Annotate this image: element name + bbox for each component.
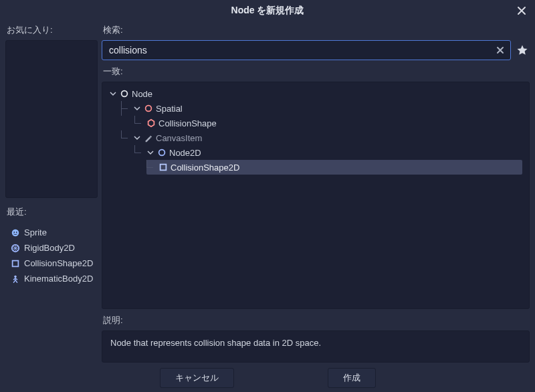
recent-item-label: KinematicBody2D <box>24 274 93 284</box>
svg-point-7 <box>146 106 152 112</box>
search-label: 検索: <box>103 24 528 36</box>
tree-item-node2d[interactable]: Node2D <box>134 145 526 160</box>
spatial-icon <box>144 104 153 113</box>
matches-tree: Node Spatial CollisionShape <box>102 82 530 309</box>
tree-item-label: Node2D <box>169 148 201 158</box>
collisionshape2d-icon <box>158 163 168 172</box>
close-icon <box>496 46 504 54</box>
recent-list: Sprite RigidBody2D CollisionShape2D Kine… <box>5 222 98 289</box>
collisionshape2d-icon <box>11 259 20 268</box>
chevron-down-icon <box>133 104 141 112</box>
tree-item-canvasitem[interactable]: CanvasItem <box>121 130 526 145</box>
tree-item-label: Spatial <box>156 104 183 114</box>
tree-item-collisionshape[interactable]: CollisionShape <box>134 116 526 130</box>
svg-rect-9 <box>160 165 167 171</box>
chevron-down-icon <box>146 149 154 157</box>
tree-connector <box>121 101 130 116</box>
tree-item-collisionshape2d[interactable]: CollisionShape2D <box>146 160 522 175</box>
star-icon <box>516 44 528 56</box>
tree-connector <box>146 160 156 175</box>
recent-item-label: Sprite <box>24 227 47 237</box>
sprite-icon <box>11 228 20 237</box>
recent-item-label: CollisionShape2D <box>24 258 93 268</box>
tree-item-spatial[interactable]: Spatial <box>121 101 526 116</box>
svg-point-2 <box>16 231 17 233</box>
svg-point-0 <box>12 229 19 236</box>
close-icon <box>517 6 526 15</box>
rigidbody-icon <box>11 243 20 253</box>
dialog-title: Node を新規作成 <box>231 5 304 17</box>
node-icon <box>120 89 129 98</box>
favorites-panel <box>5 40 98 198</box>
node2d-icon <box>157 148 167 157</box>
create-button[interactable]: 作成 <box>328 368 376 388</box>
canvasitem-icon <box>144 133 153 142</box>
tree-connector <box>134 116 144 130</box>
svg-point-8 <box>159 150 165 156</box>
description-label: 説明: <box>103 314 528 326</box>
cancel-button[interactable]: キャンセル <box>160 368 234 388</box>
clear-search-button[interactable] <box>494 44 506 56</box>
tree-connector <box>121 130 130 145</box>
kinematic-icon <box>11 274 20 284</box>
recent-label: 最近: <box>7 206 96 218</box>
recent-item-sprite[interactable]: Sprite <box>8 225 95 240</box>
recent-item-collisionshape2d[interactable]: CollisionShape2D <box>8 256 95 271</box>
favorite-toggle-button[interactable] <box>515 44 530 56</box>
tree-item-label: Node <box>132 89 152 99</box>
search-field-wrap <box>102 40 511 60</box>
description-text: Node that represents collision shape dat… <box>110 338 321 348</box>
recent-item-kinematicbody2d[interactable]: KinematicBody2D <box>8 271 95 286</box>
svg-point-6 <box>122 91 128 97</box>
description-panel: Node that represents collision shape dat… <box>102 330 530 363</box>
recent-item-label: RigidBody2D <box>24 243 75 253</box>
collisionshape-icon <box>146 118 156 128</box>
tree-item-label: CollisionShape2D <box>171 163 239 173</box>
search-input[interactable] <box>109 45 494 56</box>
favorites-label: お気に入り: <box>7 24 96 36</box>
svg-point-1 <box>13 231 15 233</box>
recent-item-rigidbody2d[interactable]: RigidBody2D <box>8 240 95 256</box>
chevron-down-icon <box>109 90 117 98</box>
svg-rect-4 <box>13 260 19 266</box>
tree-item-node[interactable]: Node <box>109 86 526 101</box>
matches-label: 一致: <box>103 66 528 78</box>
tree-connector <box>134 145 144 160</box>
tree-item-label: CollisionShape <box>158 118 217 128</box>
chevron-down-icon <box>133 134 141 142</box>
tree-item-label: CanvasItem <box>156 133 202 143</box>
close-button[interactable] <box>515 4 528 17</box>
